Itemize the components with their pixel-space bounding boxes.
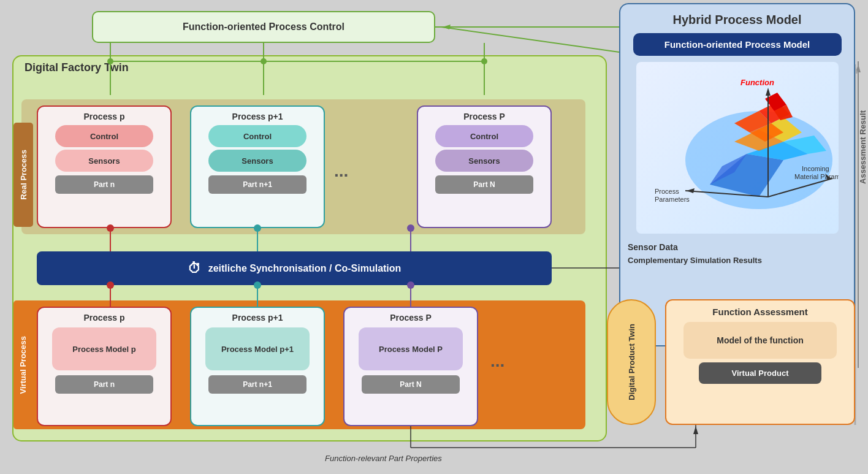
sensors-rp3: Sensors bbox=[435, 150, 533, 172]
process-vp2: Process p+1 Process Model p+1 Part n+1 bbox=[190, 307, 325, 426]
svg-text:Parameters: Parameters bbox=[655, 196, 690, 203]
control-rp2: Control bbox=[208, 125, 306, 147]
svg-marker-36 bbox=[443, 25, 451, 29]
cosim-label: zeitliche Synchronisation / Co-Simulatio… bbox=[208, 263, 402, 274]
cosim-bar: ⏱ zeitliche Synchronisation / Co-Simulat… bbox=[37, 251, 552, 285]
svg-text:Process: Process bbox=[655, 188, 679, 195]
process-rp3-title: Process P bbox=[418, 112, 550, 121]
svg-marker-34 bbox=[693, 426, 698, 434]
svg-text:Material Parameters: Material Parameters bbox=[794, 173, 839, 180]
fa-title: Function Assessment bbox=[666, 307, 854, 317]
fa-container: Function Assessment Model of the functio… bbox=[665, 299, 855, 425]
model-vp1: Process Model p bbox=[52, 327, 156, 370]
process-vp3: Process P Process Model P Part N bbox=[343, 307, 478, 426]
process-rp2-title: Process p+1 bbox=[191, 112, 324, 121]
process-rp2: Process p+1 Control Sensors Part n+1 bbox=[190, 105, 325, 228]
process-vp2-title: Process p+1 bbox=[191, 313, 324, 323]
model-vp2: Process Model p+1 bbox=[205, 327, 310, 370]
svg-text:Function: Function bbox=[740, 78, 774, 87]
virtual-process-label: Virtual Process bbox=[18, 336, 28, 394]
part-vp3: Part N bbox=[362, 375, 460, 394]
comp-sim-label: Complementary Simulation Results bbox=[620, 254, 854, 266]
sensor-data-label: Sensor Data bbox=[620, 240, 854, 254]
svg-text:Incoming: Incoming bbox=[802, 165, 829, 172]
assessment-result-label: Assessment Result bbox=[858, 110, 867, 184]
hpm-title: Hybrid Process Model bbox=[620, 13, 854, 27]
process-vp1: Process p Process Model p Part n bbox=[37, 307, 172, 426]
process-rp1: Process p Control Sensors Part n bbox=[37, 105, 172, 228]
part-rp1: Part n bbox=[55, 175, 153, 194]
motf-pill: Model of the function bbox=[683, 322, 837, 359]
dft-label: Digital Factory Twin bbox=[25, 61, 129, 74]
sensors-rp2: Sensors bbox=[208, 150, 306, 172]
model-vp3: Process Model P bbox=[359, 327, 463, 370]
svg-marker-29 bbox=[856, 64, 861, 72]
clock-icon: ⏱ bbox=[188, 261, 201, 277]
sensors-rp1: Sensors bbox=[55, 150, 153, 172]
process-rp1-title: Process p bbox=[38, 112, 170, 121]
virtual-process-label-container: Virtual Process bbox=[13, 300, 32, 429]
dpt-label: Digital Product Twin bbox=[627, 324, 636, 400]
dots-virtual: ··· bbox=[490, 356, 504, 375]
svg-marker-53 bbox=[766, 88, 771, 96]
hpm-container: Hybrid Process Model Function-oriented P… bbox=[619, 3, 855, 346]
process-rp3: Process P Control Sensors Part N bbox=[417, 105, 552, 228]
real-process-label: Real Process bbox=[13, 123, 33, 227]
part-vp2: Part n+1 bbox=[208, 375, 306, 394]
part-rp3: Part N bbox=[435, 175, 533, 194]
vp-box: Virtual Product bbox=[699, 362, 821, 384]
fopc-label: Function-oriented Process Control bbox=[183, 21, 345, 32]
control-rp1: Control bbox=[55, 125, 153, 147]
dots-real: ··· bbox=[334, 166, 348, 185]
svg-marker-56 bbox=[687, 188, 695, 193]
fopm-box: Function-oriented Process Model bbox=[633, 33, 842, 56]
process-vp1-title: Process p bbox=[38, 313, 170, 323]
frpp-label: Function-relevant Part Properties bbox=[325, 454, 442, 463]
chart-area: Function Process Parameters Incoming Mat… bbox=[636, 62, 839, 234]
part-rp2: Part n+1 bbox=[208, 175, 306, 194]
fopc-box: Function-oriented Process Control bbox=[92, 11, 435, 43]
svg-line-35 bbox=[441, 27, 619, 52]
part-vp1: Part n bbox=[55, 375, 153, 394]
control-rp3: Control bbox=[435, 125, 533, 147]
process-vp3-title: Process P bbox=[345, 313, 477, 323]
fopm-label: Function-oriented Process Model bbox=[664, 39, 810, 50]
dpt-box: Digital Product Twin bbox=[607, 299, 656, 425]
